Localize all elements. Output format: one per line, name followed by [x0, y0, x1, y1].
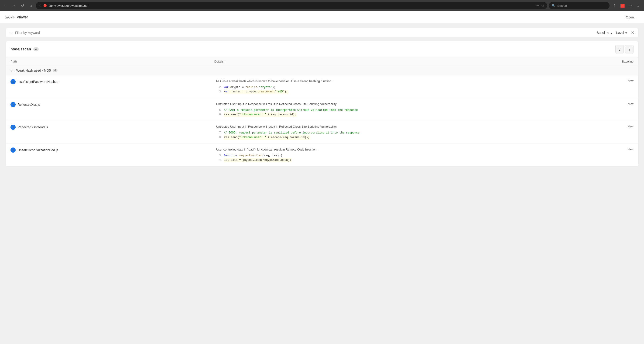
file-info: i InsufficientPasswordHash.js — [10, 79, 216, 84]
code-token: // BAD: a request parameter is incorpora… — [224, 108, 358, 112]
line-content: res.send("Unknown user: " + req.params.i… — [224, 112, 297, 117]
baseline-dropdown[interactable]: Baseline ∨ — [597, 31, 612, 35]
app-title: SARIF Viewer — [5, 15, 28, 19]
code-block: 5// BAD: a request parameter is incorpor… — [216, 108, 628, 117]
result-description: MD5 is a a weak hash which is known to h… — [216, 79, 628, 83]
filter-controls: Baseline ∨ Level ∨ ✕ — [597, 31, 634, 35]
back-button[interactable]: ← — [2, 2, 9, 9]
bookmark-icon[interactable]: ☆ — [541, 4, 544, 8]
tool-name: nodejsscan — [10, 47, 31, 51]
filter-close-button[interactable]: ✕ — [631, 31, 634, 35]
line-content: var crypto = require("crypto"); — [224, 85, 276, 90]
back-icon: ← — [4, 4, 8, 8]
line-number: 8 — [216, 135, 221, 140]
sort-icon: ↑ — [224, 60, 226, 63]
file-info: i ReflectedXss.js — [10, 102, 216, 107]
bookmarks-icon[interactable]: ⫿ — [612, 2, 618, 9]
code-token: createHash — [258, 90, 274, 93]
result-description: Untrusted User Input in Response will re… — [216, 125, 628, 129]
group-row: ∨ : Weak Hash used - MD5 4 — [6, 66, 638, 75]
home-button[interactable]: ⌂ — [28, 2, 34, 9]
baseline-status: New — [628, 147, 634, 151]
forward-button[interactable]: → — [11, 2, 17, 9]
col-header-details[interactable]: Details ↑ — [214, 60, 622, 63]
code-token: res — [224, 136, 229, 139]
open-button[interactable]: Open... — [623, 15, 639, 20]
code-token: + req.params.id); — [266, 113, 296, 116]
main-content: ⊟ Baseline ∨ Level ∨ ✕ nodejsscan 4 ∨ — [0, 23, 644, 344]
ellipsis-icon: ⋮ — [628, 47, 631, 52]
home-icon: ⌂ — [30, 4, 32, 8]
code-line: 5// BAD: a request parameter is incorpor… — [216, 108, 628, 112]
filter-bar: ⊟ Baseline ∨ Level ∨ ✕ — [6, 28, 638, 37]
level-label: Level — [616, 31, 624, 35]
line-content: var hasher = crypto.createHash('md5'); — [224, 90, 288, 94]
line-number: 3 — [216, 153, 221, 158]
search-bar[interactable]: 🔍 Search — [549, 2, 610, 9]
line-number: 7 — [216, 131, 221, 135]
code-block: 3function requestHandler(req, res) {4 le… — [216, 153, 628, 162]
code-token: function — [224, 154, 239, 157]
details-section: Untrusted User Input in Response will re… — [216, 102, 628, 117]
group-toggle-icon[interactable]: ∨ — [10, 69, 12, 72]
info-icon: i — [10, 79, 16, 84]
shield-icon: 🛡 — [39, 4, 42, 7]
file-info: i ReflectedXssGood.js — [10, 125, 216, 130]
line-number: 2 — [216, 85, 221, 90]
baseline-status: New — [628, 79, 634, 83]
code-token: res — [224, 113, 229, 116]
code-token: + escape(req.params.id)); — [266, 136, 310, 139]
file-name: UnsafeDeserializationBad.js — [18, 148, 58, 152]
address-more-icon[interactable]: ••• — [536, 4, 540, 7]
search-text: Search — [557, 4, 567, 8]
code-token: .send( — [229, 113, 239, 116]
baseline-status: New — [628, 125, 634, 128]
sync-icon[interactable]: ⇥ — [627, 2, 634, 9]
results-panel: nodejsscan 4 ∨ ⋮ Path Details ↑ Baseline — [6, 41, 638, 166]
line-number: 4 — [216, 158, 221, 162]
col-header-path: Path — [10, 60, 214, 63]
results-container: i InsufficientPasswordHash.js MD5 is a a… — [6, 75, 638, 166]
line-content: // GOOD: request parameter is sanitized … — [224, 131, 360, 135]
filter-input[interactable] — [15, 31, 594, 35]
more-tools-icon[interactable]: » — [635, 2, 642, 9]
line-number: 6 — [216, 112, 221, 117]
code-block: 7// GOOD: request parameter is sanitized… — [216, 131, 628, 139]
level-dropdown[interactable]: Level ∨ — [616, 31, 627, 35]
code-token: "crypto" — [259, 86, 272, 89]
code-token: ( — [257, 86, 259, 89]
file-name: ReflectedXss.js — [18, 103, 40, 106]
url-text: sarifviewer.azurewebsites.net — [49, 4, 534, 8]
forward-icon: → — [12, 4, 16, 8]
code-token: .send( — [229, 136, 239, 139]
details-section: Untrusted User Input in Response will re… — [216, 125, 628, 140]
code-token: ( — [274, 90, 276, 93]
extensions-icon[interactable]: 🟥 — [619, 2, 626, 9]
baseline-chevron-icon: ∨ — [610, 31, 612, 35]
search-icon: 🔍 — [552, 4, 556, 8]
address-bar[interactable]: 🛡 🔴 sarifviewer.azurewebsites.net ••• ☆ — [36, 2, 547, 9]
code-line: 3var hasher = crypto.createHash('md5'); — [216, 90, 628, 94]
code-token: (req, res) { — [262, 154, 282, 157]
code-token: hasher = crypto. — [229, 90, 258, 93]
line-number: 5 — [216, 108, 221, 112]
expand-panel-button[interactable]: ∨ — [615, 45, 624, 53]
code-token: "Unknown user: " — [239, 136, 266, 139]
table-row: i ReflectedXssGood.js Untrusted User Inp… — [6, 121, 638, 144]
browser-chrome: ← → ↺ ⌂ 🛡 🔴 sarifviewer.azurewebsites.ne… — [0, 0, 644, 11]
panel-title: nodejsscan 4 — [10, 47, 39, 51]
more-actions-button[interactable]: ⋮ — [625, 45, 634, 53]
app-header: SARIF Viewer Open... — [0, 11, 644, 23]
reload-icon: ↺ — [21, 4, 24, 8]
code-token: 'md5' — [276, 90, 284, 93]
table-header: Path Details ↑ Baseline — [6, 57, 638, 66]
code-line: 2var crypto = require("crypto"); — [216, 85, 628, 90]
file-name: ReflectedXssGood.js — [18, 125, 48, 129]
baseline-status: New — [628, 102, 634, 105]
panel-header: nodejsscan 4 ∨ ⋮ — [6, 41, 638, 57]
code-line: 6res.send("Unknown user: " + req.params.… — [216, 112, 628, 117]
result-description: Untrusted User Input in Response will re… — [216, 102, 628, 106]
code-line: 8res.send("Unknown user: " + escape(req.… — [216, 135, 628, 140]
file-info: i UnsafeDeserializationBad.js — [10, 147, 216, 153]
reload-button[interactable]: ↺ — [19, 2, 26, 9]
